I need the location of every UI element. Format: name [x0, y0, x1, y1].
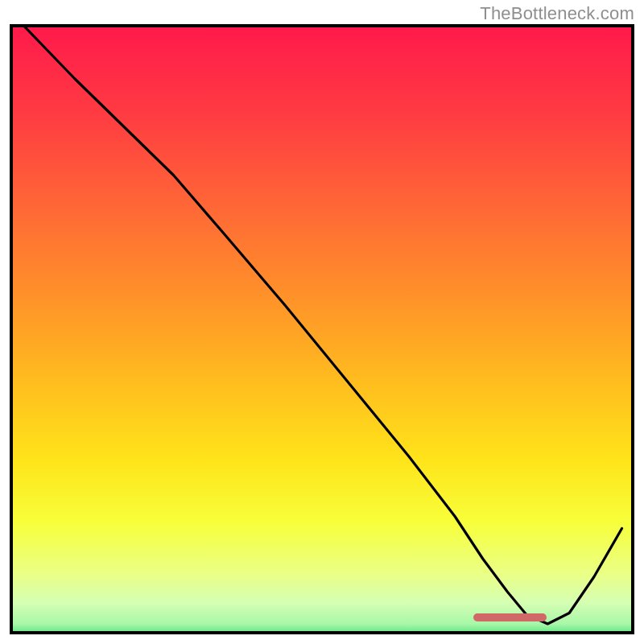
chart-line-curve — [13, 27, 631, 631]
chart-plot-area — [10, 24, 634, 634]
watermark-text: TheBottleneck.com — [480, 3, 634, 24]
chart-highlight-marker — [473, 613, 547, 621]
